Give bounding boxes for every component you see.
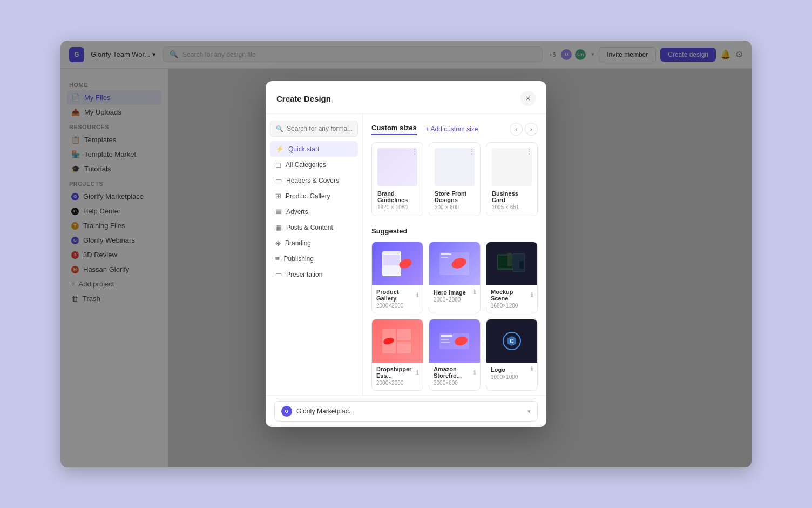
template-dims-amazon: 3000×600 xyxy=(434,380,476,386)
modal-title: Create Design xyxy=(276,94,331,103)
size-dims-brand-guidelines: 1920 × 1080 xyxy=(377,204,417,210)
hero-image-art xyxy=(438,250,471,277)
template-card-logo[interactable]: C Logo ℹ 1000×1000 xyxy=(486,319,538,391)
svg-rect-14 xyxy=(397,342,411,353)
custom-sizes-prev-button[interactable]: ‹ xyxy=(510,123,523,136)
dropdown-label: Glorify Marketplac... xyxy=(296,407,354,415)
template-thumb-logo: C xyxy=(486,319,537,363)
template-card-mockup-scene[interactable]: Mockup Scene ℹ 1680×1200 xyxy=(486,242,538,313)
svg-text:C: C xyxy=(510,338,513,344)
template-card-dropshipper[interactable]: Dropshipper Ess... ℹ 2000×2000 xyxy=(371,319,423,391)
svg-rect-1 xyxy=(383,255,400,265)
size-card-brand-guidelines[interactable]: ⋮ Brand Guidelines 1920 × 1080 xyxy=(371,142,423,216)
workspace-dropdown[interactable]: G Glorify Marketplac... ▾ xyxy=(274,401,538,422)
template-dims-mockup-scene: 1680×1200 xyxy=(491,303,533,309)
template-name-product-gallery: Product Gallery ℹ xyxy=(376,289,418,302)
template-thumb-hero-image xyxy=(429,242,480,285)
info-icon-amazon[interactable]: ℹ xyxy=(473,369,476,376)
info-icon-logo[interactable]: ℹ xyxy=(531,366,533,373)
modal-overlay[interactable]: Create Design × 🔍 ⚡ Quick start ◻ xyxy=(60,41,752,467)
svg-rect-20 xyxy=(441,342,450,343)
svg-rect-18 xyxy=(441,335,452,337)
branding-icon: ◈ xyxy=(275,239,281,247)
svg-rect-6 xyxy=(441,257,448,258)
template-card-amazon[interactable]: Amazon Storefro... ℹ 3000×600 xyxy=(429,319,481,391)
modal-nav-all-categories[interactable]: ◻ All Categories xyxy=(270,157,358,172)
modal-body: 🔍 ⚡ Quick start ◻ All Categories ▭ Heade… xyxy=(266,114,546,395)
size-more-icon-3[interactable]: ⋮ xyxy=(525,147,533,156)
section-header-left: Custom sizes + Add custom size xyxy=(371,124,478,135)
posts-content-icon: ▦ xyxy=(275,223,282,231)
adverts-icon: ▤ xyxy=(275,208,282,216)
template-name-hero-image: Hero Image ℹ xyxy=(434,289,476,296)
template-thumb-product-gallery xyxy=(372,242,423,285)
size-card-business-card[interactable]: ⋮ Business Card 1005 × 651 xyxy=(486,142,538,216)
add-custom-size-button[interactable]: + Add custom size xyxy=(425,125,478,133)
modal-nav-branding[interactable]: ◈ Branding xyxy=(270,235,358,251)
size-more-icon-2[interactable]: ⋮ xyxy=(468,147,476,156)
size-dims-business-card: 1005 × 651 xyxy=(492,204,532,210)
modal-nav-posts-content[interactable]: ▦ Posts & Content xyxy=(270,219,358,235)
create-design-modal: Create Design × 🔍 ⚡ Quick start ◻ xyxy=(266,81,546,427)
all-categories-icon: ◻ xyxy=(275,161,281,169)
info-icon-hero-image[interactable]: ℹ xyxy=(473,289,476,296)
modal-search-input[interactable] xyxy=(287,125,352,132)
modal-left-panel: 🔍 ⚡ Quick start ◻ All Categories ▭ Heade… xyxy=(266,114,363,395)
template-info-logo: Logo ℹ 1000×1000 xyxy=(486,363,537,384)
template-name-amazon: Amazon Storefro... ℹ xyxy=(434,366,476,379)
template-dims-dropshipper: 2000×2000 xyxy=(376,380,418,386)
size-more-icon[interactable]: ⋮ xyxy=(411,147,418,156)
template-info-dropshipper: Dropshipper Ess... ℹ 2000×2000 xyxy=(372,363,423,390)
modal-search-box[interactable]: 🔍 xyxy=(270,121,358,137)
info-icon-product-gallery[interactable]: ℹ xyxy=(416,292,418,299)
svg-rect-5 xyxy=(441,253,451,255)
template-dims-logo: 1000×1000 xyxy=(491,374,533,380)
info-icon-dropshipper[interactable]: ℹ xyxy=(416,369,418,376)
svg-rect-8 xyxy=(498,256,515,268)
info-icon-mockup-scene[interactable]: ℹ xyxy=(531,292,533,299)
modal-nav-headers-covers[interactable]: ▭ Headers & Covers xyxy=(270,172,358,188)
template-info-product-gallery: Product Gallery ℹ 2000×2000 xyxy=(372,285,423,313)
modal-nav-product-gallery[interactable]: ⊞ Product Gallery xyxy=(270,188,358,204)
svg-rect-10 xyxy=(519,261,524,269)
size-dims-store-front: 300 × 600 xyxy=(435,204,475,210)
size-card-store-front[interactable]: ⋮ Store Front Designs 300 × 600 xyxy=(429,142,481,216)
size-name-business-card: Business Card xyxy=(492,190,532,203)
quick-start-icon: ⚡ xyxy=(275,145,284,153)
size-name-store-front: Store Front Designs xyxy=(435,190,475,203)
template-name-dropshipper: Dropshipper Ess... ℹ xyxy=(376,366,418,379)
modal-right-panel: Custom sizes + Add custom size ‹ › ⋮ Bra xyxy=(363,114,546,395)
template-card-product-gallery[interactable]: Product Gallery ℹ 2000×2000 xyxy=(371,242,423,313)
custom-sizes-header: Custom sizes + Add custom size ‹ › xyxy=(371,123,538,136)
template-name-mockup-scene: Mockup Scene ℹ xyxy=(491,289,533,302)
dropdown-logo: G xyxy=(281,406,292,417)
dropdown-chevron-icon: ▾ xyxy=(527,408,531,415)
modal-nav-adverts[interactable]: ▤ Adverts xyxy=(270,204,358,219)
custom-sizes-next-button[interactable]: › xyxy=(525,123,538,136)
custom-sizes-title: Custom sizes xyxy=(371,124,417,135)
modal-nav-quick-start[interactable]: ⚡ Quick start xyxy=(270,141,358,157)
modal-search-icon: 🔍 xyxy=(276,125,283,132)
modal-nav-publishing[interactable]: ≡ Publishing xyxy=(270,251,358,266)
amazon-art xyxy=(438,327,471,355)
modal-header: Create Design × xyxy=(266,81,546,114)
svg-rect-13 xyxy=(397,329,411,340)
product-gallery-icon: ⊞ xyxy=(275,192,281,200)
modal-nav-presentation[interactable]: ▭ Presentation xyxy=(270,266,358,282)
suggested-title: Suggested xyxy=(371,227,538,235)
template-info-hero-image: Hero Image ℹ 2000×2000 xyxy=(429,285,480,307)
svg-rect-11 xyxy=(508,253,512,266)
custom-sizes-grid: ⋮ Brand Guidelines 1920 × 1080 ⋮ Store F… xyxy=(371,142,538,216)
headers-covers-icon: ▭ xyxy=(275,176,282,184)
template-thumb-mockup-scene xyxy=(486,242,537,285)
section-nav: ‹ › xyxy=(510,123,538,136)
modal-footer: G Glorify Marketplac... ▾ xyxy=(266,395,546,427)
modal-close-button[interactable]: × xyxy=(520,91,536,106)
template-info-mockup-scene: Mockup Scene ℹ 1680×1200 xyxy=(486,285,537,313)
template-card-hero-image[interactable]: Hero Image ℹ 2000×2000 xyxy=(429,242,481,313)
template-thumb-dropshipper xyxy=(372,319,423,363)
mockup-scene-art xyxy=(496,250,528,277)
product-gallery-art xyxy=(381,250,414,277)
template-name-logo: Logo ℹ xyxy=(491,366,533,373)
publishing-icon: ≡ xyxy=(275,255,280,263)
